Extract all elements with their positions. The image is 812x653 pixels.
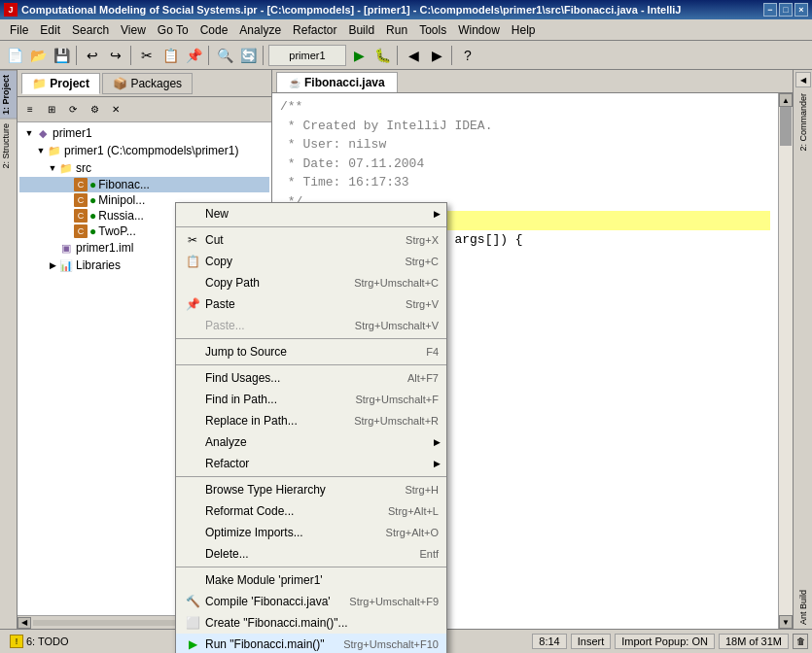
editor-tabs: ☕ Fibonacci.java (272, 70, 793, 93)
toolbar-copy[interactable]: 📋 (159, 45, 181, 66)
minipol-circle-icon: ● (89, 193, 96, 207)
menu-refactor[interactable]: Refactor (287, 21, 342, 39)
ctx-copy-path[interactable]: Copy Path Strg+Umschalt+C (176, 272, 446, 293)
menu-bar: File Edit Search View Go To Code Analyze… (0, 19, 812, 41)
gc-button[interactable]: 🗑 (793, 634, 808, 649)
editor-vscrollbar[interactable]: ▲ ▼ (778, 93, 793, 629)
toolbar-replace[interactable]: 🔄 (237, 45, 259, 66)
ctx-find-path-icon (184, 392, 201, 407)
tree-item-root-folder[interactable]: ▼ 📁 primer1 (C:\compmodels\primer1) (19, 142, 269, 159)
toolbar-run[interactable]: ▶ (348, 45, 370, 66)
toolbar-cut[interactable]: ✂ (136, 45, 158, 66)
toolbar-undo[interactable]: ↩ (82, 45, 103, 66)
right-sidebar: ◀ 2: Commander Ant Build (793, 70, 812, 629)
toolbar-sep6 (451, 46, 453, 65)
hscroll-left[interactable]: ◀ (18, 617, 31, 629)
ptoolbar-collapse[interactable]: ≡ (19, 99, 41, 120)
ctx-paste[interactable]: 📌 Paste Strg+V (176, 293, 446, 315)
menu-view[interactable]: View (115, 21, 152, 39)
menu-analyze[interactable]: Analyze (233, 21, 287, 39)
menu-run[interactable]: Run (380, 21, 413, 39)
toolbar-redo[interactable]: ↪ (105, 45, 126, 66)
ptoolbar-settings[interactable]: ⚙ (84, 99, 105, 120)
menu-edit[interactable]: Edit (34, 21, 66, 39)
ctx-analyze[interactable]: Analyze (176, 431, 446, 453)
minimize-button[interactable]: − (763, 3, 777, 17)
menu-tools[interactable]: Tools (413, 21, 452, 39)
vscroll-up[interactable]: ▲ (779, 93, 793, 107)
left-tab-project[interactable]: 1: Project (0, 70, 17, 119)
menu-window[interactable]: Window (452, 21, 506, 39)
tab-packages[interactable]: 📦 Packages (102, 73, 193, 94)
toolbar-save[interactable]: 💾 (51, 45, 72, 66)
ctx-delete[interactable]: Delete... Entf (176, 543, 446, 565)
code-line-2: * Created by IntelliJ IDEA. (280, 117, 770, 136)
ctx-refactor-icon (184, 456, 201, 471)
toolbar-open[interactable]: 📂 (27, 45, 49, 66)
ctx-run-main[interactable]: ▶ Run "Fibonacci.main()" Strg+Umschalt+F… (176, 634, 446, 653)
toolbar-sep5 (397, 46, 399, 65)
ptoolbar-close[interactable]: ✕ (105, 99, 126, 120)
ctx-make-module[interactable]: Make Module 'primer1' (176, 569, 446, 591)
right-btn-1[interactable]: ◀ (795, 72, 811, 87)
toolbar-paste[interactable]: 📌 (183, 45, 204, 66)
vscroll-thumb[interactable] (780, 107, 792, 146)
toolbar-help[interactable]: ? (457, 45, 478, 66)
ctx-create-run-config[interactable]: ⬜ Create "Fibonacci.main()"... (176, 612, 446, 634)
menu-goto[interactable]: Go To (152, 21, 194, 39)
ctx-reformat[interactable]: Reformat Code... Strg+Alt+L (176, 500, 446, 522)
toolbar-find[interactable]: 🔍 (214, 45, 235, 66)
left-tab-structure[interactable]: 2: Structure (0, 119, 17, 173)
ctx-sep-2 (176, 338, 446, 339)
ctx-compile[interactable]: 🔨 Compile 'Fibonacci.java' Strg+Umschalt… (176, 591, 446, 612)
ctx-paste-special-icon (184, 318, 201, 333)
toolbar-sep2 (130, 46, 132, 65)
ctx-find-usages[interactable]: Find Usages... Alt+F7 (176, 367, 446, 389)
toolbar-run-config[interactable]: primer1 (268, 45, 346, 66)
tab-project[interactable]: 📁 Project (21, 73, 100, 94)
vscroll-down[interactable]: ▼ (779, 615, 793, 629)
toolbar-debug[interactable]: 🐛 (371, 45, 393, 66)
status-memory[interactable]: 18M of 31M (719, 634, 789, 649)
menu-code[interactable]: Code (194, 21, 234, 39)
ctx-jump-source-icon (184, 344, 201, 360)
ctx-copy[interactable]: 📋 Copy Strg+C (176, 251, 446, 272)
iml-icon: ▣ (58, 240, 74, 256)
todo-button[interactable]: ! 6: TODO (4, 634, 75, 649)
project-folder-icon: 📁 (32, 77, 47, 90)
toolbar-back[interactable]: ◀ (403, 45, 424, 66)
title-bar: J Computational Modeling of Social Syste… (0, 0, 812, 19)
menu-help[interactable]: Help (506, 21, 542, 39)
tree-item-fibonacci[interactable]: C ● Fibonac... (19, 177, 269, 192)
ctx-replace-path[interactable]: Replace in Path... Strg+Umschalt+R (176, 410, 446, 431)
toolbar-new[interactable]: 📄 (4, 45, 25, 66)
ctx-find-path[interactable]: Find in Path... Strg+Umschalt+F (176, 389, 446, 410)
tree-item-module[interactable]: ▼ ◆ primer1 (19, 124, 269, 142)
status-import-popup: Import Popup: ON (615, 634, 715, 649)
ctx-type-hierarchy[interactable]: Browse Type Hierarchy Strg+H (176, 479, 446, 500)
menu-file[interactable]: File (4, 21, 34, 39)
vscroll-track[interactable] (779, 107, 793, 615)
ptoolbar-autoscroll[interactable]: ⟳ (62, 99, 84, 120)
right-tab-antbuild[interactable]: Ant Build (796, 586, 810, 629)
ctx-refactor[interactable]: Refactor (176, 453, 446, 474)
window-controls[interactable]: − □ × (763, 3, 808, 17)
toolbar-forward[interactable]: ▶ (426, 45, 447, 66)
todo-icon: ! (10, 635, 23, 648)
ctx-jump-source[interactable]: Jump to Source F4 (176, 341, 446, 362)
right-tab-commander[interactable]: 2: Commander (796, 89, 810, 155)
ctx-type-hierarchy-icon (184, 482, 201, 498)
tree-item-src[interactable]: ▼ 📁 src (19, 159, 269, 177)
menu-search[interactable]: Search (66, 21, 115, 39)
code-line-3: * User: nilsw (280, 135, 770, 155)
ptoolbar-expand[interactable]: ⊞ (41, 99, 62, 120)
menu-build[interactable]: Build (342, 21, 380, 39)
ctx-new[interactable]: New (176, 203, 446, 224)
close-button[interactable]: × (794, 3, 808, 17)
ctx-cut[interactable]: ✂ Cut Strg+X (176, 229, 446, 251)
editor-tab-fibonacci[interactable]: ☕ Fibonacci.java (276, 72, 398, 92)
ctx-optimize-imports[interactable]: Optimize Imports... Strg+Alt+O (176, 522, 446, 543)
ctx-analyze-icon (184, 434, 201, 450)
maximize-button[interactable]: □ (779, 3, 793, 17)
ctx-optimize-icon (184, 525, 201, 540)
